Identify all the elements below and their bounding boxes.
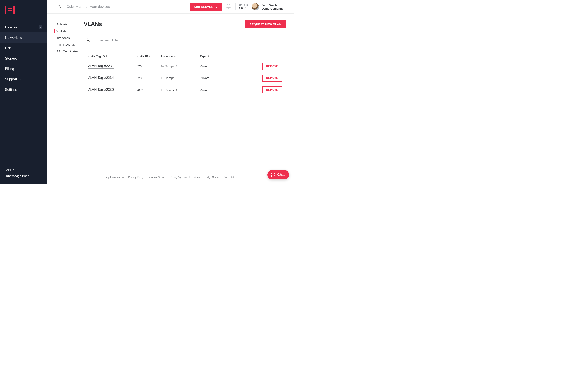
external-link-icon: ↗ [31,175,33,177]
nav-label: Networking [5,36,22,40]
nav-item-settings[interactable]: Settings [0,84,47,95]
bottom-nav-label: API [6,168,11,171]
nav-item-networking[interactable]: Networking [0,33,47,43]
vlan-tag-link[interactable]: VLAN Tag #2231 [87,64,114,68]
svg-point-19 [162,91,162,91]
type-cell: Private [200,64,239,68]
table-filter [84,36,286,46]
page: VLANs REQUEST NEW VLAN VLAN Tag ID ▲▼ [84,20,286,184]
server-icon [161,65,164,67]
footer-link-edge-status[interactable]: Edge Status [206,176,219,179]
vlan-tag-link[interactable]: VLAN Tag #2350 [87,88,114,92]
nav-item-devices[interactable]: Devices [0,22,47,33]
sidebar: Devices Networking DNS Storage Billing S… [0,0,47,184]
nav-item-billing[interactable]: Billing [0,64,47,74]
type-cell: Private [200,76,239,80]
bell-icon [226,4,231,9]
add-server-button[interactable]: ADD SERVER [190,3,222,11]
table-header: VLAN Tag ID ▲▼ VLAN ID ▲▼ Location ▲▼ [84,52,286,60]
user-menu[interactable]: John Smith Demo Company [252,3,289,10]
subnav-item-ptr-records[interactable]: PTR Records [56,41,84,48]
chevron-down-icon [39,25,43,29]
svg-rect-3 [8,10,12,11]
col-vlan-tag-id[interactable]: VLAN Tag ID ▲▼ [87,55,137,58]
footer: Legal Information Privacy Policy Terms o… [47,176,294,179]
svg-rect-2 [8,8,12,9]
location-cell: Tampa 2 [161,64,200,68]
sort-icon: ▲▼ [106,55,108,58]
footer-link-billing-agreement[interactable]: Billing Agreement [171,176,190,179]
nav-label: Billing [5,67,14,71]
notifications-button[interactable] [226,4,231,10]
table-row: VLAN Tag #2231 6265 Tampa 2 Private REMO… [84,60,286,72]
location-cell: Tampa 2 [161,76,200,80]
svg-point-4 [58,5,60,7]
vlans-table: VLAN Tag ID ▲▼ VLAN ID ▲▼ Location ▲▼ [84,52,286,96]
svg-line-5 [60,7,61,8]
svg-rect-0 [5,6,6,14]
svg-point-18 [162,89,162,90]
sidebar-bottom-nav: API ↗ Knowledge Base ↗ [0,166,47,184]
table-row: VLAN Tag #2234 6289 Tampa 2 Private REMO… [84,72,286,84]
nav-label: DNS [5,46,12,50]
footer-link-privacy[interactable]: Privacy Policy [128,176,144,179]
svg-point-11 [162,67,162,67]
divider [235,3,236,10]
subnav-item-ssl-certificates[interactable]: SSL Certificates [56,48,84,55]
global-search [58,5,190,9]
chat-widget[interactable]: Chat [268,170,289,179]
request-new-vlan-button[interactable]: REQUEST NEW VLAN [245,20,286,28]
user-company: Demo Company [261,7,283,10]
vlan-tag-link[interactable]: VLAN Tag #2234 [87,76,114,80]
footer-link-terms[interactable]: Terms of Service [148,176,166,179]
footer-link-core-status[interactable]: Core Status [224,176,236,179]
sort-icon: ▲▼ [208,55,209,58]
remove-button[interactable]: REMOVE [262,75,282,82]
sort-icon: ▲▼ [149,55,151,58]
page-header: VLANs REQUEST NEW VLAN [84,20,286,33]
vlan-id-cell: 7876 [137,88,161,92]
server-icon [161,77,164,79]
global-search-input[interactable] [67,5,148,9]
external-link-icon: ↗ [20,78,22,81]
page-title: VLANs [84,21,102,27]
chevron-down-icon [215,5,217,8]
vlan-id-cell: 6265 [137,64,161,68]
nav-label: Support [5,77,17,81]
sort-icon: ▲▼ [174,55,176,58]
topbar: ADD SERVER UNPAID $0.00 John Smith Demo [47,0,294,14]
external-link-icon: ↗ [13,168,15,171]
unpaid-balance[interactable]: UNPAID $0.00 [239,4,248,10]
primary-nav: Devices Networking DNS Storage Billing S… [0,22,47,166]
nav-item-dns[interactable]: DNS [0,43,47,53]
bottom-nav-api[interactable]: API ↗ [0,166,47,173]
nav-label: Settings [5,88,17,92]
footer-link-legal[interactable]: Legal Information [105,176,124,179]
col-type[interactable]: Type ▲▼ [200,55,239,58]
search-icon [86,38,90,42]
table-filter-input[interactable] [95,39,177,42]
bottom-nav-label: Knowledge Base [6,174,29,178]
chat-label: Chat [277,173,285,176]
subnav-item-vlans[interactable]: VLANs [56,28,84,34]
type-cell: Private [200,88,239,92]
logo[interactable] [0,0,47,22]
bottom-nav-knowledge-base[interactable]: Knowledge Base ↗ [0,173,47,179]
remove-button[interactable]: REMOVE [262,63,282,70]
col-location[interactable]: Location ▲▼ [161,55,200,58]
svg-rect-1 [13,6,15,14]
chevron-down-icon [287,5,289,8]
subnav-item-subnets[interactable]: Subnets [56,21,84,28]
logo-icon [5,6,15,14]
nav-label: Storage [5,57,17,60]
main: ADD SERVER UNPAID $0.00 John Smith Demo [47,0,294,184]
subnav-item-interfaces[interactable]: Interfaces [56,34,84,41]
server-icon [161,89,164,91]
svg-point-14 [162,77,162,78]
nav-item-support[interactable]: Support ↗ [0,74,47,84]
col-vlan-id[interactable]: VLAN ID ▲▼ [137,55,161,58]
footer-link-abuse[interactable]: Abuse [194,176,201,179]
table-row: VLAN Tag #2350 7876 Seattle 1 Private RE… [84,84,286,96]
nav-item-storage[interactable]: Storage [0,53,47,64]
remove-button[interactable]: REMOVE [262,86,282,93]
